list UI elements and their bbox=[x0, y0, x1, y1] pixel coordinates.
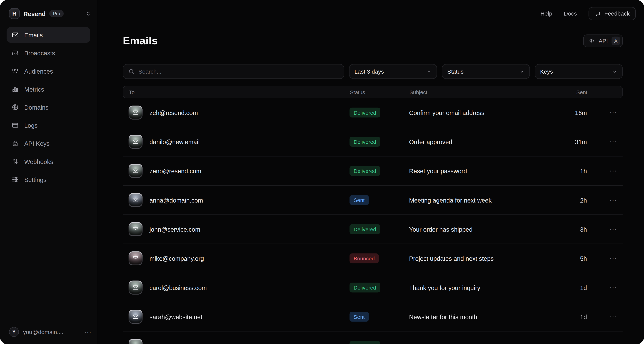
email-subject: Confirm your email address bbox=[409, 109, 559, 116]
sidebar-item-webhooks[interactable]: Webhooks bbox=[6, 154, 90, 169]
sidebar-item-audiences[interactable]: Audiences bbox=[6, 63, 90, 79]
row-menu-icon[interactable]: ⋯ bbox=[610, 109, 618, 116]
search-box[interactable] bbox=[123, 64, 344, 79]
email-icon bbox=[128, 310, 142, 324]
broadcasts-icon bbox=[12, 49, 19, 56]
email-icon bbox=[128, 222, 142, 236]
sidebar-item-label: Audiences bbox=[24, 68, 53, 74]
search-input[interactable] bbox=[138, 68, 339, 75]
sent-time: 1d bbox=[559, 284, 587, 291]
sidebar-item-broadcasts[interactable]: Broadcasts bbox=[6, 45, 90, 61]
metrics-icon bbox=[12, 85, 19, 93]
status-badge: Bounced bbox=[350, 254, 379, 263]
help-link[interactable]: Help bbox=[540, 10, 552, 17]
sidebar-item-label: Emails bbox=[24, 32, 43, 38]
status-badge: Sent bbox=[350, 195, 369, 205]
email-subject: Order approved bbox=[409, 138, 559, 145]
status-select[interactable]: Status bbox=[442, 64, 530, 79]
table-row[interactable]: carol@business.com Delivered Thank you f… bbox=[123, 273, 623, 302]
keys-select[interactable]: Keys bbox=[535, 64, 622, 79]
table-row[interactable]: anna@domain.com Sent Meeting agenda for … bbox=[123, 186, 623, 215]
api-button[interactable]: API A bbox=[584, 34, 623, 47]
email-subject: Meeting agenda for next week bbox=[409, 196, 559, 204]
resend-logo: R bbox=[9, 8, 20, 19]
row-menu-icon[interactable]: ⋯ bbox=[610, 284, 618, 291]
table-row[interactable]: zeh@resend.com Delivered Confirm your em… bbox=[123, 98, 623, 127]
status-badge: Delivered bbox=[350, 108, 380, 118]
row-menu-icon[interactable]: ⋯ bbox=[610, 138, 618, 145]
feedback-button[interactable]: Feedback bbox=[588, 7, 636, 20]
sidebar-item-label: Metrics bbox=[24, 86, 44, 92]
table-row[interactable]: john@service.com Delivered Your order ha… bbox=[123, 215, 623, 244]
sidebar-item-api-keys[interactable]: API Keys bbox=[6, 136, 90, 151]
sidebar: R Resend Pro Emails Broadcasts Audiences… bbox=[0, 0, 97, 344]
sidebar-item-label: Logs bbox=[24, 122, 38, 129]
status-badge: Delivered bbox=[350, 341, 380, 344]
email-icon bbox=[128, 280, 142, 294]
sidebar-item-logs[interactable]: Logs bbox=[6, 118, 90, 133]
email-icon bbox=[128, 251, 142, 265]
email-subject: Project updates and next steps bbox=[409, 255, 559, 262]
status-badge: Delivered bbox=[350, 137, 380, 147]
sent-time: 1d bbox=[559, 313, 587, 320]
filter-bar: Last 3 days Status Keys bbox=[123, 64, 623, 79]
chevron-down-icon bbox=[519, 69, 524, 74]
app-window: R Resend Pro Emails Broadcasts Audiences… bbox=[0, 0, 644, 344]
column-to: To bbox=[129, 89, 350, 95]
recipient-email: mike@company.org bbox=[150, 255, 204, 262]
table-row[interactable]: mike@company.org Bounced Project updates… bbox=[123, 244, 623, 273]
row-menu-icon[interactable]: ⋯ bbox=[610, 342, 618, 344]
keys-value: Keys bbox=[540, 68, 553, 75]
sidebar-item-domains[interactable]: Domains bbox=[6, 100, 90, 115]
chevron-down-icon bbox=[426, 69, 432, 74]
audiences-icon bbox=[12, 67, 19, 75]
recipient-email: anna@domain.com bbox=[150, 196, 203, 204]
status-badge: Delivered bbox=[350, 282, 380, 292]
email-subject: Reset your password bbox=[409, 167, 559, 174]
table-row[interactable]: Delivered ⋯ bbox=[123, 332, 623, 344]
date-range-select[interactable]: Last 3 days bbox=[349, 64, 437, 79]
search-icon bbox=[128, 68, 135, 75]
table-row[interactable]: danilo@new.email Delivered Order approve… bbox=[123, 127, 623, 156]
sidebar-item-metrics[interactable]: Metrics bbox=[6, 81, 90, 97]
date-range-value: Last 3 days bbox=[354, 68, 384, 75]
sidebar-item-settings[interactable]: Settings bbox=[6, 172, 90, 187]
sidebar-nav: Emails Broadcasts Audiences Metrics Doma… bbox=[0, 24, 97, 187]
table-row[interactable]: zeno@resend.com Delivered Reset your pas… bbox=[123, 156, 623, 186]
more-icon[interactable]: ⋯ bbox=[84, 328, 92, 336]
user-menu[interactable]: Y you@domain.... ⋯ bbox=[9, 327, 92, 337]
logs-icon bbox=[12, 122, 19, 129]
sidebar-item-emails[interactable]: Emails bbox=[6, 27, 90, 43]
row-menu-icon[interactable]: ⋯ bbox=[610, 196, 618, 204]
topbar: Help Docs Feedback bbox=[540, 0, 644, 27]
status-badge: Delivered bbox=[350, 224, 380, 234]
column-subject: Subject bbox=[410, 89, 559, 95]
row-menu-icon[interactable]: ⋯ bbox=[610, 167, 618, 174]
page-title: Emails bbox=[123, 34, 158, 47]
user-email: you@domain.... bbox=[23, 329, 80, 335]
code-icon bbox=[589, 38, 595, 44]
recipient-email: zeno@resend.com bbox=[150, 167, 201, 174]
sent-time: 5h bbox=[559, 255, 587, 262]
avatar: Y bbox=[9, 327, 19, 337]
status-badge: Sent bbox=[350, 312, 369, 322]
email-subject: Your order has shipped bbox=[409, 226, 559, 233]
recipient-email: john@service.com bbox=[150, 226, 200, 233]
recipient-email: sarah@website.net bbox=[150, 313, 202, 320]
api-label: API bbox=[599, 38, 608, 44]
feedback-label: Feedback bbox=[604, 10, 630, 17]
sidebar-item-label: Webhooks bbox=[24, 158, 53, 165]
chevrons-up-down-icon[interactable] bbox=[85, 11, 91, 16]
emails-icon bbox=[12, 31, 19, 38]
sent-time: 3h bbox=[559, 226, 587, 233]
row-menu-icon[interactable]: ⋯ bbox=[610, 226, 618, 233]
api-shortcut-key: A bbox=[612, 36, 620, 45]
row-menu-icon[interactable]: ⋯ bbox=[610, 255, 618, 262]
sidebar-item-label: Settings bbox=[24, 176, 46, 183]
docs-link[interactable]: Docs bbox=[564, 10, 577, 17]
table-row[interactable]: sarah@website.net Sent Newsletter for th… bbox=[123, 302, 623, 332]
row-menu-icon[interactable]: ⋯ bbox=[610, 313, 618, 320]
workspace-switcher[interactable]: R Resend Pro bbox=[0, 0, 97, 24]
plan-badge: Pro bbox=[49, 10, 64, 17]
api-keys-icon bbox=[12, 140, 19, 147]
